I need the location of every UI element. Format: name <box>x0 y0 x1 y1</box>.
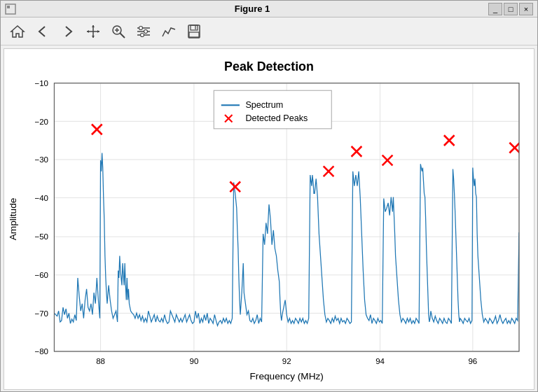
y-tick-neg40: −40 <box>34 194 48 202</box>
chart-area: Peak Detection Amplitude Frequency (MHz) <box>4 48 534 390</box>
chart-title: Peak Detection <box>224 59 314 74</box>
configure-button[interactable] <box>132 20 155 43</box>
svg-rect-1 <box>7 6 10 8</box>
x-tick-94: 94 <box>375 357 385 365</box>
pan-button[interactable] <box>82 20 104 43</box>
y-tick-neg20: −20 <box>34 118 48 126</box>
home-button[interactable] <box>6 20 29 43</box>
toolbar <box>1 18 537 46</box>
maximize-button[interactable]: □ <box>504 3 518 15</box>
legend-spectrum-label: Spectrum <box>245 100 283 110</box>
svg-marker-5 <box>92 25 95 27</box>
y-tick-neg70: −70 <box>34 309 48 318</box>
forward-button[interactable] <box>57 20 79 43</box>
legend-peaks-label: Detected Peaks <box>245 113 308 123</box>
svg-rect-21 <box>189 32 199 37</box>
save-button[interactable] <box>183 20 205 43</box>
y-tick-neg30: −30 <box>34 155 48 164</box>
main-content: Peak Detection Amplitude Frequency (MHz) <box>1 46 537 392</box>
x-tick-88: 88 <box>96 357 105 365</box>
close-button[interactable]: × <box>519 3 533 15</box>
zoom-button[interactable] <box>107 20 130 43</box>
x-axis-label: Frequency (MHz) <box>250 371 324 382</box>
chart-svg: Peak Detection Amplitude Frequency (MHz) <box>4 49 534 389</box>
svg-marker-6 <box>92 36 95 38</box>
minimize-button[interactable]: _ <box>488 3 502 15</box>
back-button[interactable] <box>32 20 54 43</box>
window-title: Figure 1 <box>16 4 488 14</box>
svg-marker-2 <box>11 26 24 37</box>
y-tick-neg80: −80 <box>34 347 48 356</box>
svg-rect-19 <box>188 25 200 38</box>
y-tick-neg50: −50 <box>34 232 48 241</box>
svg-marker-8 <box>97 30 99 33</box>
window-icon <box>5 4 16 15</box>
svg-line-10 <box>120 33 125 38</box>
svg-point-17 <box>144 29 148 33</box>
x-tick-90: 90 <box>189 357 198 365</box>
svg-marker-7 <box>87 30 89 33</box>
svg-rect-20 <box>191 25 198 30</box>
plot-button[interactable] <box>158 20 180 43</box>
main-window: Figure 1 _ □ × <box>0 0 538 392</box>
svg-point-18 <box>141 33 144 36</box>
x-tick-96: 96 <box>468 357 477 365</box>
y-tick-neg60: −60 <box>34 271 48 279</box>
y-tick-neg10: −10 <box>34 79 48 88</box>
svg-point-16 <box>139 26 143 29</box>
y-axis-label: Amplitude <box>8 198 18 241</box>
title-bar: Figure 1 _ □ × <box>1 1 537 18</box>
x-tick-92: 92 <box>282 357 291 365</box>
window-controls: _ □ × <box>488 3 533 15</box>
